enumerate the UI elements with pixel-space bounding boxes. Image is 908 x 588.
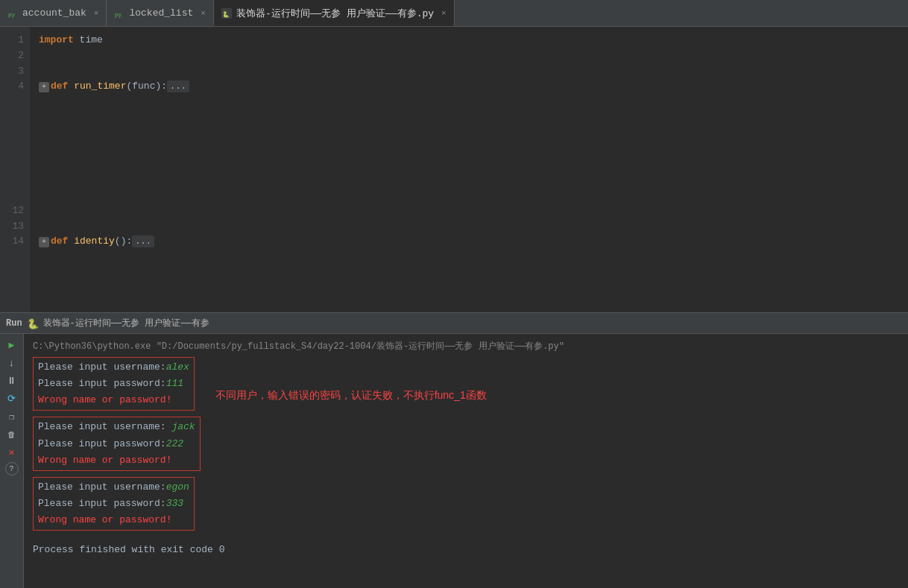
svg-text:🐍: 🐍 bbox=[27, 317, 39, 329]
tab-locked-label: locked_list bbox=[129, 7, 193, 19]
py-icon: py bbox=[7, 8, 18, 19]
output-line-1-1: Please input username:alex bbox=[38, 359, 189, 376]
code-line-blank7 bbox=[39, 188, 899, 203]
tab-main-file[interactable]: 🐍 装饰器-运行时间——无参 用户验证——有参.py × bbox=[214, 0, 455, 26]
tab-main-label: 装饰器-运行时间——无参 用户验证——有参.py bbox=[236, 7, 434, 20]
code-line-14: +def identiy():... bbox=[39, 234, 899, 250]
code-line-blank2 bbox=[39, 110, 899, 126]
py-icon-2: py bbox=[114, 8, 124, 19]
svg-text:py: py bbox=[8, 10, 16, 17]
tab-locked-close[interactable]: × bbox=[201, 9, 206, 18]
btn-rerun[interactable]: ⟳ bbox=[4, 391, 20, 407]
output-line-3-2: Please input password:333 bbox=[38, 496, 189, 512]
code-line-3 bbox=[39, 64, 899, 80]
fold-icon-1[interactable]: + bbox=[39, 82, 49, 92]
tab-account-label: account_bak bbox=[22, 7, 86, 19]
run-panel: Run 🐍 装饰器-运行时间——无参 用户验证——有参 ▶ ↓ ⏸ ⟳ ❐ 🗑 … bbox=[0, 312, 908, 588]
run-body: ▶ ↓ ⏸ ⟳ ❐ 🗑 ✕ ? C:\Python36\python.exe "… bbox=[0, 334, 908, 588]
code-line-blank11 bbox=[39, 297, 899, 312]
tab-account-bak[interactable]: py account_bak × bbox=[0, 0, 107, 26]
code-line-blank3 bbox=[39, 126, 899, 142]
output-line-3-1: Please input username:egon bbox=[38, 479, 189, 496]
code-editor[interactable]: import time +def run_timer(func):... +de… bbox=[30, 27, 908, 312]
code-line-4: +def run_timer(func):... bbox=[39, 79, 899, 95]
svg-text:py: py bbox=[115, 10, 122, 17]
run-python-icon: 🐍 bbox=[27, 317, 39, 329]
btn-down[interactable]: ↓ bbox=[4, 355, 20, 371]
code-line-12 bbox=[39, 203, 899, 219]
output-block-1: Please input username:alex Please input … bbox=[33, 357, 195, 411]
output-line-2-1: Please input username: jack bbox=[38, 419, 195, 435]
btn-stop[interactable]: ✕ bbox=[4, 444, 20, 461]
run-output: C:\Python36\python.exe "D:/Documents/py_… bbox=[24, 334, 908, 588]
code-line-blank6 bbox=[39, 172, 899, 188]
run-label: Run bbox=[6, 318, 22, 329]
annotation-text: 不同用户，输入错误的密码，认证失败，不执行func_1函数 bbox=[215, 387, 487, 403]
editor-area: 1 2 3 4 12 13 14 58 59 60 74 75 import t… bbox=[0, 27, 908, 312]
run-sidebar: ▶ ↓ ⏸ ⟳ ❐ 🗑 ✕ ? bbox=[0, 334, 24, 588]
code-line-2 bbox=[39, 48, 899, 64]
code-line-13 bbox=[39, 219, 899, 235]
output-block-3: Please input username:egon Please input … bbox=[33, 477, 195, 531]
tab-account-close[interactable]: × bbox=[94, 9, 99, 18]
output-line-3-3: Wrong name or password! bbox=[38, 512, 189, 528]
output-line-1-2: Please input password:111 bbox=[38, 376, 189, 392]
line-numbers: 1 2 3 4 12 13 14 58 59 60 74 75 bbox=[0, 27, 30, 312]
tab-bar: py account_bak × py locked_list × 🐍 装饰器-… bbox=[0, 0, 908, 27]
output-line-2-3: Wrong name or password! bbox=[38, 452, 195, 469]
output-block-2: Please input username: jack Please input… bbox=[33, 417, 201, 470]
cmd-line: C:\Python36\python.exe "D:/Documents/py_… bbox=[33, 340, 899, 354]
btn-help[interactable]: ? bbox=[5, 462, 19, 475]
code-line-blank8 bbox=[39, 250, 899, 265]
tab-locked-list[interactable]: py locked_list × bbox=[107, 0, 213, 26]
btn-clear[interactable]: 🗑 bbox=[4, 426, 20, 443]
run-header: Run 🐍 装饰器-运行时间——无参 用户验证——有参 bbox=[0, 313, 908, 334]
process-end-line: Process finished with exit code 0 bbox=[33, 543, 899, 558]
code-line-blank10 bbox=[39, 281, 899, 297]
code-line-blank5 bbox=[39, 157, 899, 172]
run-tab-label: 装饰器-运行时间——无参 用户验证——有参 bbox=[43, 317, 209, 329]
py-icon-3: 🐍 bbox=[221, 8, 232, 19]
code-line-blank1 bbox=[39, 95, 899, 110]
svg-text:🐍: 🐍 bbox=[222, 10, 230, 17]
code-line-blank9 bbox=[39, 265, 899, 281]
output-line-1-3: Wrong name or password! bbox=[38, 392, 189, 408]
btn-play[interactable]: ▶ bbox=[4, 337, 20, 353]
code-line-1: import time bbox=[39, 33, 899, 48]
btn-copy[interactable]: ❐ bbox=[4, 408, 20, 425]
code-line-blank4 bbox=[39, 142, 899, 157]
fold-icon-2[interactable]: + bbox=[39, 237, 49, 247]
output-line-2-2: Please input password:222 bbox=[38, 436, 195, 452]
tab-main-close[interactable]: × bbox=[441, 9, 447, 18]
btn-pause[interactable]: ⏸ bbox=[4, 373, 20, 389]
